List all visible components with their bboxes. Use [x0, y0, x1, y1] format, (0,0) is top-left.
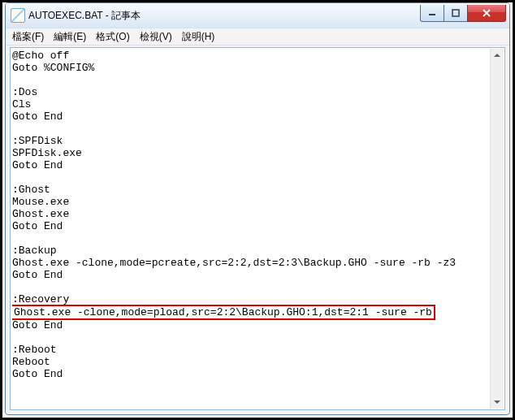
line: :Backup	[12, 245, 57, 257]
menu-help[interactable]: 說明(H)	[177, 29, 220, 45]
line: :Recovery	[12, 293, 69, 305]
editor-area: @Echo off Goto %CONFIG% :Dos Cls Goto En…	[10, 47, 505, 410]
app-icon	[11, 8, 25, 23]
minimize-button[interactable]	[420, 5, 444, 22]
maximize-icon	[452, 9, 460, 17]
scroll-down-button[interactable]	[491, 396, 504, 409]
close-button[interactable]	[467, 5, 506, 22]
scroll-up-button[interactable]	[491, 49, 504, 62]
line: :Ghost	[12, 184, 50, 196]
titlebar[interactable]: AUTOEXEC.BAT - 記事本	[6, 3, 509, 28]
line: @Echo off	[12, 50, 69, 62]
line: Cls	[12, 98, 31, 110]
window-title: AUTOEXEC.BAT - 記事本	[28, 9, 421, 23]
line: Goto End	[12, 220, 63, 232]
menubar: 檔案(F) 編輯(E) 格式(O) 檢視(V) 說明(H)	[6, 28, 509, 45]
line: Goto End	[12, 269, 63, 281]
line: Ghost.exe	[12, 208, 69, 220]
line: Goto %CONFIG%	[12, 62, 94, 74]
svg-rect-1	[452, 10, 459, 16]
menu-file[interactable]: 檔案(F)	[7, 29, 49, 45]
vertical-scrollbar[interactable]	[490, 49, 504, 409]
chevron-down-icon	[494, 401, 500, 404]
menu-format[interactable]: 格式(O)	[91, 29, 134, 45]
line: Goto End	[12, 110, 63, 123]
notepad-window: AUTOEXEC.BAT - 記事本 檔案(F) 編輯(E) 格式(O) 檢視(…	[5, 2, 510, 415]
menu-edit[interactable]: 編輯(E)	[49, 29, 91, 45]
line: Reboot	[12, 356, 50, 368]
line: :Dos	[12, 86, 37, 98]
line: Ghost.exe -clone,mode=pcreate,src=2:2,ds…	[12, 257, 456, 269]
line: Goto End	[12, 159, 63, 171]
close-icon	[482, 9, 491, 17]
svg-rect-0	[429, 14, 435, 15]
maximize-button[interactable]	[444, 5, 468, 22]
line: :SPFDisk	[12, 135, 63, 147]
chevron-up-icon	[494, 54, 500, 57]
line: SPFDisk.exe	[12, 147, 82, 159]
menu-view[interactable]: 檢視(V)	[135, 29, 177, 45]
line: :Reboot	[12, 344, 57, 356]
line: Mouse.exe	[12, 196, 69, 208]
line: Goto End	[12, 319, 63, 331]
line: Goto End	[12, 368, 63, 380]
highlighted-line: Ghost.exe -clone,mode=pload,src=2:2\Back…	[12, 305, 435, 320]
text-content[interactable]: @Echo off Goto %CONFIG% :Dos Cls Goto En…	[12, 50, 490, 408]
minimize-icon	[428, 9, 436, 17]
